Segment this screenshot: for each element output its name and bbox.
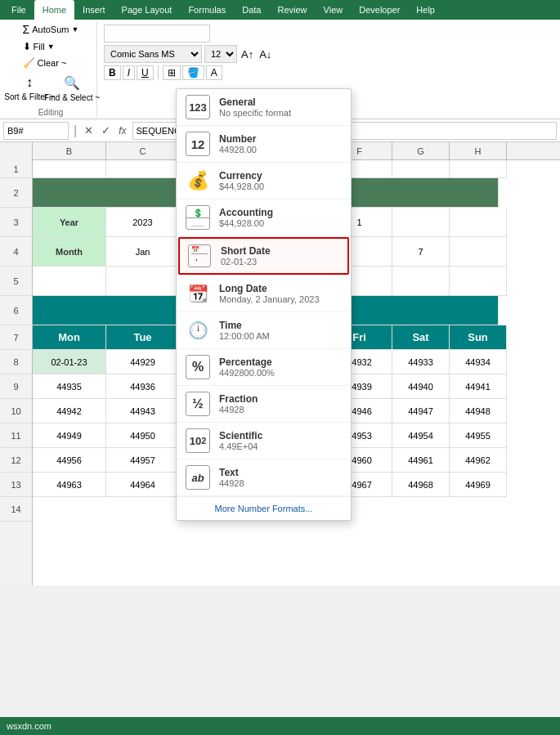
- cell-b14[interactable]: 44963: [33, 473, 106, 497]
- cell-g11[interactable]: 44947: [392, 399, 450, 424]
- cell-h11[interactable]: 44948: [450, 399, 507, 424]
- cell-b11[interactable]: 44942: [33, 399, 106, 424]
- cell-b1[interactable]: [33, 160, 106, 178]
- format-percentage[interactable]: % Percentage 4492800.00%: [177, 349, 351, 386]
- clear-button[interactable]: 🧹 Clear ~: [20, 56, 83, 70]
- cell-h13[interactable]: 44962: [450, 448, 507, 473]
- cell-g9[interactable]: 44933: [392, 350, 450, 374]
- format-scientific[interactable]: 102 Scientific 4.49E+04: [177, 423, 351, 459]
- col-header-c[interactable]: C: [106, 142, 180, 160]
- name-box[interactable]: [3, 122, 69, 140]
- format-accounting[interactable]: 💲 ___ Accounting $44,928.00: [177, 199, 351, 236]
- font-color-button[interactable]: A: [206, 65, 222, 80]
- italic-button[interactable]: I: [123, 65, 135, 80]
- row-header-13[interactable]: 13: [0, 473, 32, 497]
- cell-b4[interactable]: Month: [33, 237, 106, 267]
- cell-g3[interactable]: [392, 208, 450, 237]
- row-header-11[interactable]: 11: [0, 424, 32, 448]
- format-currency[interactable]: 💰 Currency $44,928.00: [177, 163, 351, 199]
- cell-c10[interactable]: 44936: [106, 374, 180, 399]
- cell-b3[interactable]: Year: [33, 208, 106, 237]
- formula-confirm-icon[interactable]: ✓: [99, 124, 113, 137]
- font-size-select[interactable]: 12: [204, 45, 237, 63]
- bold-button[interactable]: B: [104, 65, 121, 80]
- row-header-5[interactable]: 5: [0, 267, 32, 296]
- cell-g14[interactable]: 44968: [392, 473, 450, 497]
- tab-formulas[interactable]: Formulas: [180, 0, 234, 20]
- cell-g12[interactable]: 44954: [392, 424, 450, 448]
- tab-file[interactable]: File: [3, 0, 34, 20]
- tab-review[interactable]: Review: [269, 0, 315, 20]
- col-header-g[interactable]: G: [392, 142, 450, 160]
- tab-page-layout[interactable]: Page Layout: [114, 0, 181, 20]
- format-short-date[interactable]: 📅 · Short Date 02-01-23: [178, 237, 349, 275]
- increase-font-icon[interactable]: A↑: [240, 48, 255, 61]
- cell-c5[interactable]: [106, 267, 180, 296]
- cell-c13[interactable]: 44957: [106, 448, 180, 473]
- row-header-2[interactable]: 2: [0, 178, 32, 208]
- cell-c11[interactable]: 44943: [106, 399, 180, 424]
- formula-cancel-icon[interactable]: ✕: [82, 124, 96, 137]
- cell-b7-mon[interactable]: Mon: [33, 325, 106, 350]
- decrease-font-icon[interactable]: A↓: [258, 48, 273, 61]
- cell-c9[interactable]: 44929: [106, 350, 180, 374]
- row-header-10[interactable]: 10: [0, 399, 32, 424]
- row-header-8[interactable]: 8: [0, 350, 32, 374]
- row-header-7[interactable]: 7: [0, 325, 32, 350]
- cell-h3[interactable]: [450, 208, 507, 237]
- row-header-1[interactable]: 1: [0, 160, 32, 178]
- format-general[interactable]: 123 General No specific format: [177, 89, 351, 126]
- cell-reference-input[interactable]: [104, 25, 210, 43]
- row-header-9[interactable]: 9: [0, 374, 32, 399]
- tab-view[interactable]: View: [316, 0, 352, 20]
- tab-insert[interactable]: Insert: [74, 0, 114, 20]
- cell-c14[interactable]: 44964: [106, 473, 180, 497]
- cell-b5[interactable]: [33, 267, 106, 296]
- sort-filter-button[interactable]: ↕ Sort & Filter ~: [11, 74, 47, 105]
- tab-developer[interactable]: Developer: [351, 0, 408, 20]
- cell-c1[interactable]: [106, 160, 180, 178]
- cell-h14[interactable]: 44969: [450, 473, 507, 497]
- cell-c4[interactable]: Jan: [106, 237, 180, 267]
- format-long-date[interactable]: 📆 Long Date Monday, 2 January, 2023: [177, 276, 351, 312]
- cell-b13[interactable]: 44956: [33, 448, 106, 473]
- cell-b9[interactable]: 02-01-23: [33, 350, 106, 374]
- cell-c7-tue[interactable]: Tue: [106, 325, 180, 350]
- cell-c3[interactable]: 2023: [106, 208, 180, 237]
- format-time[interactable]: 🕛 Time 12:00:00 AM: [177, 312, 351, 349]
- fill-button[interactable]: ⬇ Fill ▼: [20, 39, 83, 54]
- format-text[interactable]: ab Text 44928: [177, 459, 351, 496]
- tab-data[interactable]: Data: [234, 0, 269, 20]
- underline-button[interactable]: U: [137, 65, 154, 80]
- format-number[interactable]: 12 Number 44928.00: [177, 126, 351, 163]
- find-select-button[interactable]: 🔍 Find & Select ~: [54, 74, 90, 105]
- formula-insert-icon[interactable]: fx: [116, 125, 128, 137]
- cell-b10[interactable]: 44935: [33, 374, 106, 399]
- cell-h7-sun[interactable]: Sun: [450, 325, 507, 350]
- more-formats-link[interactable]: More Number Formats...: [177, 496, 351, 520]
- cell-g5[interactable]: [392, 267, 450, 296]
- cell-g10[interactable]: 44940: [392, 374, 450, 399]
- autosum-button[interactable]: Σ AutoSum ▼: [20, 21, 83, 38]
- col-header-h[interactable]: H: [450, 142, 507, 160]
- tab-home[interactable]: Home: [34, 0, 74, 20]
- format-fraction[interactable]: ½ Fraction 44928: [177, 386, 351, 423]
- cell-g7-sat[interactable]: Sat: [392, 325, 450, 350]
- row-header-3[interactable]: 3: [0, 208, 32, 237]
- row-header-4[interactable]: 4: [0, 237, 32, 267]
- font-family-select[interactable]: Comic Sans MS: [104, 45, 202, 63]
- cell-g4[interactable]: 7: [392, 237, 450, 267]
- cell-b12[interactable]: 44949: [33, 424, 106, 448]
- row-header-14[interactable]: 14: [0, 497, 32, 522]
- cell-h4[interactable]: [450, 237, 507, 267]
- row-header-12[interactable]: 12: [0, 448, 32, 473]
- cell-h1[interactable]: [450, 160, 507, 178]
- cell-g13[interactable]: 44961: [392, 448, 450, 473]
- cell-h9[interactable]: 44934: [450, 350, 507, 374]
- col-header-b[interactable]: B: [33, 142, 106, 160]
- row-header-6[interactable]: 6: [0, 296, 32, 325]
- cell-g1[interactable]: [392, 160, 450, 178]
- cell-h12[interactable]: 44955: [450, 424, 507, 448]
- borders-button[interactable]: ⊞: [163, 65, 181, 80]
- fill-color-button[interactable]: 🪣: [182, 65, 204, 80]
